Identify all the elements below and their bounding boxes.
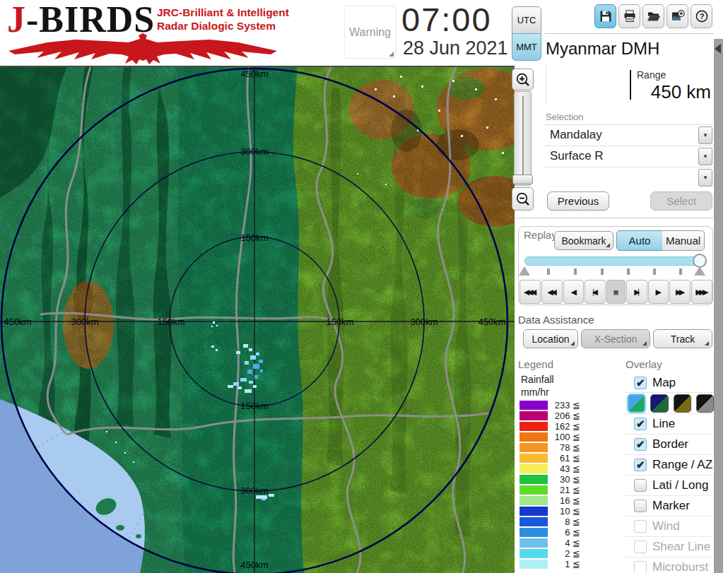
option-dropdown[interactable] [544, 167, 714, 188]
range-box: Range 450 km [546, 66, 712, 105]
divider [515, 218, 714, 218]
replay-slider-thumb[interactable] [693, 254, 707, 268]
overlay-item[interactable]: Marker [626, 496, 714, 516]
step-back-button[interactable]: |◀ [585, 280, 606, 304]
chevron-down-icon[interactable] [698, 169, 712, 187]
overlay-item[interactable]: Lati / Long [626, 475, 714, 496]
legend-color-swatch [519, 549, 548, 558]
print-button[interactable] [618, 4, 640, 28]
forward-fast-button[interactable]: ▶▶▶ [691, 280, 712, 304]
overlay-checkbox[interactable] [634, 479, 647, 492]
svg-text:150km: 150km [326, 317, 353, 327]
legend-entry: 78 ≦ [519, 442, 580, 453]
map-style-olive[interactable] [674, 394, 691, 413]
overlay-item[interactable]: Line [626, 414, 714, 435]
clock-time: 07:00 [401, 0, 492, 39]
chevron-down-icon[interactable] [698, 126, 712, 144]
previous-button[interactable]: Previous [547, 191, 609, 211]
save-icon [599, 9, 613, 23]
overlay-checkbox[interactable] [634, 500, 647, 512]
eagle-icon [4, 33, 281, 66]
slider-end-marker[interactable] [694, 266, 705, 276]
forward-button[interactable]: ▶▶ [669, 280, 691, 304]
overlay-items: Line Border Range / AZ Lati / Long Marke… [626, 414, 714, 573]
bookmark-button[interactable]: Bookmark [554, 231, 613, 250]
play-reverse-button[interactable]: ◀ [563, 280, 585, 304]
site-dropdown[interactable]: Mandalay [544, 124, 714, 146]
overlay-item-label: Microburst [652, 560, 708, 573]
legend-label: Legend [518, 358, 553, 370]
overlay-item[interactable]: Border [626, 435, 714, 455]
location-button[interactable]: Location [523, 329, 578, 348]
legend-color-swatch [519, 560, 548, 569]
overlay-item-label: Marker [652, 499, 690, 513]
radar-map[interactable]: 450km 300km 150km 150km 300km 450km 450k… [0, 67, 515, 573]
slider-tick [547, 268, 550, 275]
rainfall-legend: 233 ≦ 206 ≦ 162 ≦ 100 ≦ 78 ≦ 61 ≦ 43 ≦ [519, 400, 580, 569]
overlay-checkbox[interactable] [634, 520, 647, 533]
track-button[interactable]: Track [653, 329, 712, 348]
legend-value: 30 ≦ [548, 474, 580, 485]
open-folder-button[interactable] [642, 4, 664, 28]
x-section-button[interactable]: X-Section [581, 329, 650, 348]
manual-mode-button[interactable]: Manual [662, 230, 705, 251]
overlay-item[interactable]: Range / AZ [626, 455, 714, 475]
svg-text:450km: 450km [4, 317, 31, 327]
map-style-light[interactable] [628, 394, 645, 413]
legend-color-swatch [519, 528, 548, 537]
replay-slider-track[interactable] [524, 256, 703, 266]
overlay-checkbox[interactable] [634, 540, 647, 553]
utc-button[interactable]: UTC [512, 6, 541, 34]
overlay-checkbox[interactable] [634, 418, 647, 430]
legend-entry: 2 ≦ [519, 548, 580, 559]
help-icon: ? [695, 9, 709, 23]
rewind-button[interactable]: ◀◀ [541, 280, 563, 304]
product-dropdown[interactable]: Surface R [544, 146, 714, 167]
stop-button[interactable]: ■ [606, 280, 626, 304]
legend-value: 6 ≦ [548, 527, 580, 538]
map-checkbox[interactable] [634, 377, 647, 389]
svg-text:450km: 450km [240, 69, 268, 79]
legend-entry: 43 ≦ [519, 463, 580, 474]
overlay-item-label: Border [652, 437, 688, 451]
playback-controls: ◀◀◀◀◀◀|◀■▶|▶▶▶▶▶▶ [519, 280, 712, 304]
overlay-item-map[interactable]: Map [626, 373, 714, 393]
slider-start-marker[interactable] [519, 266, 530, 276]
collapse-panel-icon[interactable] [715, 44, 721, 54]
step-forward-button[interactable]: ▶| [626, 280, 647, 304]
map-style-gray[interactable] [696, 394, 714, 413]
overlay-checkbox[interactable] [634, 459, 647, 471]
slider-tick [627, 268, 630, 275]
svg-text:150km: 150km [240, 401, 268, 411]
select-button[interactable]: Select [650, 191, 712, 211]
warning-box[interactable]: Warning [344, 6, 396, 59]
zoom-slider-thumb[interactable] [512, 175, 533, 184]
map-style-dark-blue[interactable] [650, 394, 668, 413]
legend-value: 16 ≦ [548, 495, 580, 506]
overlay-item[interactable]: Microburst [626, 557, 714, 573]
zoom-out-button[interactable] [512, 187, 534, 211]
auto-mode-button[interactable]: Auto [616, 230, 663, 251]
zoom-slider-track[interactable] [514, 91, 532, 186]
svg-text:150km: 150km [157, 317, 184, 327]
legend-entry: 6 ≦ [519, 527, 580, 538]
mmt-button[interactable]: MMT [512, 33, 541, 61]
legend-value: 162 ≦ [548, 421, 580, 432]
overlay-checkbox[interactable] [634, 561, 647, 573]
chevron-down-icon[interactable] [698, 148, 712, 165]
rewind-fast-button[interactable]: ◀◀◀ [519, 280, 541, 304]
overlay-item[interactable]: Wind [626, 516, 714, 537]
save-button[interactable] [594, 4, 616, 28]
zoom-in-button[interactable] [512, 69, 534, 90]
legend-color-swatch [519, 496, 548, 505]
help-button[interactable]: ? [691, 4, 712, 28]
overlay-item-label: Lati / Long [652, 478, 708, 492]
legend-entry: 16 ≦ [519, 495, 580, 506]
legend-color-swatch [519, 517, 548, 526]
legend-color-swatch [519, 443, 548, 452]
snapshot-button[interactable] [667, 4, 688, 28]
overlay-item[interactable]: Shear Line [626, 537, 714, 557]
panel-collapse-bar[interactable] [714, 39, 723, 573]
overlay-checkbox[interactable] [634, 438, 647, 451]
play-button[interactable]: ▶ [648, 280, 669, 304]
